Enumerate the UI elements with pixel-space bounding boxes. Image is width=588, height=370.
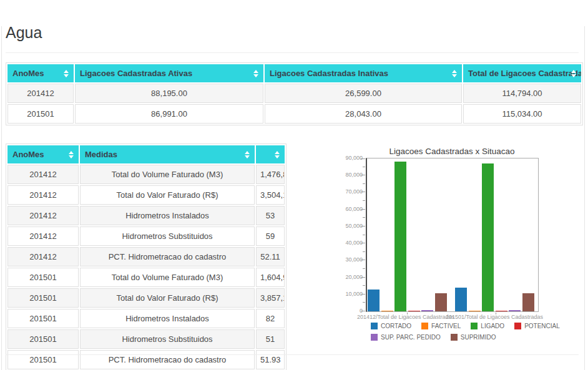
sort-down-arrow-icon <box>253 74 258 77</box>
chart-bar-potencial[interactable] <box>496 311 507 311</box>
table-row: 201412Hidrometros Substituidos59 <box>7 226 285 246</box>
table-body: 201412Total do Volume Faturado (M3)1,476… <box>7 165 285 369</box>
legend-item-factivel[interactable]: FACTIVEL <box>421 323 461 329</box>
table-cell: 26,599.00 <box>265 84 462 103</box>
column-header-label: Total de Ligacoes Cadastradas <box>468 69 581 78</box>
chart-bar-suprimido[interactable] <box>522 293 534 311</box>
table-cell: Hidrometros Substituidos <box>80 226 255 246</box>
sort-up-arrow-icon <box>571 70 576 73</box>
table-row: 201501Total do Valor Faturado (R$)3,857,… <box>7 288 285 308</box>
legend-item-ligado[interactable]: LIGADO <box>471 323 504 329</box>
y-minor-tick <box>363 217 365 218</box>
table-cell: PCT. Hidrometracao do cadastro <box>80 350 255 369</box>
table-cell: 201412 <box>7 226 79 246</box>
column-header-label: AnoMes <box>12 69 44 78</box>
sort-icon <box>245 151 250 158</box>
table-cell: 51 <box>256 329 285 349</box>
legend-swatch-icon <box>451 334 458 341</box>
table-cell: 201412 <box>7 247 79 266</box>
legend-label: POTENCIAL <box>524 323 560 329</box>
y-tick-label: 80,000 <box>345 172 363 178</box>
chart-bar-potencial[interactable] <box>408 311 420 311</box>
table-header: AnoMesMedidas <box>7 145 285 163</box>
table-cell: 82 <box>256 309 285 328</box>
legend-row: CORTADOFACTIVELLIGADOPOTENCIAL <box>371 323 560 329</box>
table-cell: 59 <box>256 226 285 246</box>
chart-y-axis: 010,00020,00030,00040,00050,00060,00070,… <box>338 158 363 311</box>
y-tick-label: 60,000 <box>345 206 363 212</box>
sort-icon <box>571 70 577 77</box>
table-header-row: AnoMesMedidas <box>7 145 285 163</box>
column-header-label: AnoMes <box>12 150 44 159</box>
table-cell: 3,504,112.83 <box>256 185 285 205</box>
horizontal-divider <box>6 52 579 53</box>
y-major-tick <box>361 311 365 311</box>
medidas-table: AnoMesMedidas201412Total do Volume Fatur… <box>6 144 287 370</box>
sort-down-arrow-icon <box>571 74 576 77</box>
table-cell: PCT. Hidrometracao do cadastro <box>80 247 255 266</box>
y-major-tick <box>361 226 365 226</box>
legend-item-sup-parc-pedido[interactable]: SUP. PARC. PEDIDO <box>371 334 441 341</box>
sort-down-arrow-icon <box>275 155 280 158</box>
y-minor-tick <box>363 268 365 269</box>
bar-group <box>368 162 447 311</box>
column-header-ligacoes-cadastradas-ativas[interactable]: Ligacoes Cadastradas Ativas <box>75 64 263 82</box>
column-header-medidas[interactable]: Medidas <box>80 145 255 163</box>
chart-bar-factivel[interactable] <box>469 311 481 311</box>
y-tick-label: 10,000 <box>345 291 363 297</box>
table-row: 201412PCT. Hidrometracao do cadastro52.1… <box>7 247 285 266</box>
column-header-total-de-ligacoes-cadastradas[interactable]: Total de Ligacoes Cadastradas <box>463 64 581 82</box>
y-minor-tick <box>363 167 365 167</box>
table-header-row: AnoMesLigacoes Cadastradas AtivasLigacoe… <box>7 64 581 82</box>
table-cell: Total do Valor Faturado (R$) <box>80 288 255 308</box>
y-major-tick <box>361 209 365 210</box>
column-header-anomes[interactable]: AnoMes <box>7 145 79 163</box>
chart-bar-suprimido[interactable] <box>435 293 447 311</box>
sort-down-arrow-icon <box>452 74 457 77</box>
table-cell: 201412 <box>7 84 74 103</box>
sort-icon <box>253 70 259 77</box>
column-header-ligacoes-cadastradas-inativas[interactable]: Ligacoes Cadastradas Inativas <box>265 64 462 82</box>
legend-item-potencial[interactable]: POTENCIAL <box>514 323 560 329</box>
table-cell: 115,034.00 <box>463 104 581 124</box>
chart-bar-cortado[interactable] <box>368 290 380 311</box>
column-header-anomes[interactable]: AnoMes <box>7 64 74 82</box>
chart-x-axis: 201412/Total de Ligacoes Cadastradas2015… <box>366 314 537 321</box>
chart-bar-ligado[interactable] <box>482 163 494 311</box>
chart-bar-ligado[interactable] <box>394 162 406 311</box>
table-cell: Hidrometros Instalados <box>80 309 255 328</box>
sort-icon <box>69 151 74 158</box>
chart-bar-cortado[interactable] <box>455 288 467 311</box>
y-major-tick <box>361 260 365 260</box>
table-row: 20150186,991.0028,043.00115,034.00 <box>7 104 581 124</box>
table-cell: 201412 <box>7 165 79 184</box>
table-cell: 28,043.00 <box>265 104 462 124</box>
sort-down-arrow-icon <box>64 74 69 77</box>
column-header-value[interactable] <box>256 145 285 163</box>
chart-bar-sup-parc-pedido[interactable] <box>509 310 521 311</box>
table-cell: 51.93 <box>256 350 285 369</box>
table-cell: Hidrometros Instalados <box>80 206 255 225</box>
y-tick-label: 40,000 <box>345 240 363 246</box>
legend-item-suprimido[interactable]: SUPRIMIDO <box>451 334 496 341</box>
table-row: 201412Total do Volume Faturado (M3)1,476… <box>7 165 285 184</box>
legend-label: SUP. PARC. PEDIDO <box>381 334 441 341</box>
sort-down-arrow-icon <box>69 155 74 158</box>
chart-bar-factivel[interactable] <box>381 311 393 311</box>
sort-up-arrow-icon <box>69 151 74 154</box>
y-major-tick <box>361 158 365 159</box>
chart-bar-sup-parc-pedido[interactable] <box>421 310 433 311</box>
table-cell: 86,991.00 <box>75 104 263 124</box>
column-header-label: Medidas <box>85 150 117 159</box>
y-tick-label: 50,000 <box>345 223 363 229</box>
legend-item-cortado[interactable]: CORTADO <box>371 323 411 329</box>
table-cell: 1,476,855.00 <box>256 165 285 184</box>
sort-icon <box>64 70 69 77</box>
table-row: 201501Hidrometros Substituidos51 <box>7 329 285 349</box>
y-minor-tick <box>363 251 365 252</box>
y-major-tick <box>361 175 365 175</box>
table-cell: 1,604,978.00 <box>256 268 285 287</box>
table-header: AnoMesLigacoes Cadastradas AtivasLigacoe… <box>7 64 581 82</box>
table-row: 201501Hidrometros Instalados82 <box>7 309 285 328</box>
table-cell: Total do Valor Faturado (R$) <box>80 185 255 205</box>
